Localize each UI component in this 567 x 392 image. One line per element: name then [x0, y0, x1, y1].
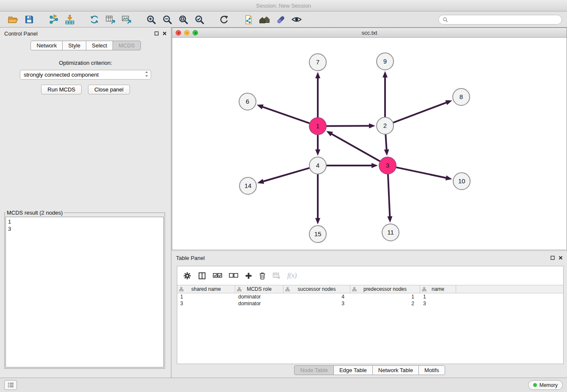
zoom-window-button[interactable] [193, 30, 198, 36]
node-label: 14 [245, 182, 252, 189]
edge-arrow-icon [372, 163, 378, 168]
search-input[interactable] [450, 17, 558, 23]
refresh-view-button[interactable] [216, 13, 232, 26]
close-panel-button[interactable]: Close panel [88, 85, 130, 94]
tab-style[interactable]: Style [62, 41, 86, 50]
deselect-all-icon [229, 273, 238, 279]
task-list-icon [8, 382, 14, 388]
node-label: 10 [458, 177, 465, 185]
graph-edge-4-14[interactable] [262, 168, 310, 182]
tab-network-table[interactable]: Network Table [372, 365, 419, 375]
table-cell[interactable]: 3 [420, 300, 456, 307]
graph-edge-1-6[interactable] [261, 107, 310, 124]
first-neighbors-button[interactable] [256, 13, 272, 26]
table-panel-header: Table Panel [172, 252, 567, 264]
graph-edge-3-1[interactable] [330, 133, 380, 161]
show-hide-button[interactable] [289, 13, 305, 26]
delete-row-button[interactable] [259, 270, 266, 281]
minimize-window-button[interactable] [184, 30, 190, 36]
add-row-button[interactable] [245, 270, 252, 281]
run-mcds-button[interactable]: Run MCDS [41, 85, 82, 94]
graph-edge-3-11[interactable] [388, 174, 390, 218]
criterion-dropdown[interactable]: strongly connected component [20, 70, 151, 80]
column-header-name[interactable]: name [420, 285, 456, 293]
delete-row-icon [259, 272, 266, 279]
graph-edge-1-2[interactable] [326, 126, 370, 126]
network-window-titlebar[interactable]: scc.txt [172, 28, 567, 38]
table-cell[interactable]: 2 [350, 300, 420, 307]
tab-mcds[interactable]: MCDS [113, 41, 140, 50]
first-neighbors-icon [259, 14, 270, 25]
close-table-panel-icon[interactable] [559, 256, 563, 260]
open-file-icon [8, 14, 19, 25]
import-table-button[interactable] [62, 13, 78, 26]
status-bar: Memory [0, 378, 567, 392]
graph-edge-2-3[interactable] [385, 134, 386, 151]
import-network-button[interactable] [46, 13, 62, 26]
table-tabs: Node TableEdge TableNetwork TableMotifs [172, 365, 567, 375]
export-table-button[interactable] [102, 13, 118, 26]
close-window-button[interactable] [176, 30, 181, 36]
edge-arrow-icon [446, 175, 452, 180]
create-network-view-button[interactable] [240, 13, 256, 26]
refresh-view-icon [219, 14, 229, 25]
table-cell[interactable]: 3 [284, 300, 350, 307]
function-builder-button[interactable]: f(x) [287, 270, 297, 281]
graph-edge-2-8[interactable] [393, 102, 448, 123]
memory-label: Memory [539, 382, 558, 388]
tab-node-table[interactable]: Node Table [294, 365, 334, 375]
node-label: 9 [383, 58, 387, 65]
table-row[interactable]: 3dominator323 [177, 300, 563, 307]
table-settings-button[interactable] [183, 270, 191, 281]
open-file-button[interactable] [5, 13, 21, 26]
node-label: 15 [314, 230, 322, 237]
task-history-button[interactable] [4, 380, 17, 390]
edge-arrow-icon [326, 131, 333, 136]
window-title: Session: New Session [256, 3, 311, 9]
memory-button[interactable]: Memory [528, 380, 563, 390]
show-column-icon [198, 272, 206, 280]
table-cell[interactable]: 1 [420, 293, 456, 300]
save-session-button[interactable] [21, 13, 37, 26]
new-network-button[interactable] [86, 13, 102, 26]
float-panel-icon[interactable] [154, 31, 159, 36]
table-cell[interactable]: 1 [177, 293, 235, 300]
column-header-successor-nodes[interactable]: successor nodes [284, 285, 350, 293]
float-table-panel-icon[interactable] [550, 256, 555, 260]
table-cell[interactable]: 3 [177, 300, 235, 307]
optimization-criterion-label: Optimization criterion: [0, 60, 171, 66]
tab-select[interactable]: Select [86, 41, 113, 50]
delete-table-button[interactable] [272, 270, 281, 281]
table-cell[interactable]: 1 [350, 293, 420, 300]
select-all-button[interactable] [213, 270, 222, 281]
apply-style-button[interactable] [272, 13, 289, 26]
table-cell[interactable]: 4 [284, 293, 350, 300]
column-header-shared-name[interactable]: shared name [177, 285, 235, 293]
graph-edge-3-10[interactable] [396, 167, 447, 178]
column-header-mcds-role[interactable]: MCDS role [235, 285, 284, 293]
tab-network[interactable]: Network [30, 41, 63, 50]
close-panel-icon[interactable] [162, 31, 167, 36]
zoom-fit-button[interactable] [175, 13, 191, 26]
table-cell[interactable]: dominator [235, 293, 284, 300]
zoom-in-button[interactable] [143, 13, 159, 26]
zoom-selected-button[interactable] [191, 13, 207, 26]
search-icon [443, 17, 448, 22]
import-table-icon [64, 14, 75, 25]
tab-edge-table[interactable]: Edge Table [333, 365, 373, 375]
network-canvas[interactable]: 7968124314101511 [172, 38, 567, 249]
edge-arrow-icon [315, 72, 320, 78]
zoom-out-button[interactable] [159, 13, 175, 26]
table-row[interactable]: 1dominator411 [177, 293, 563, 300]
main-toolbar [0, 12, 567, 28]
deselect-all-button[interactable] [229, 270, 238, 281]
apply-style-icon [275, 14, 286, 25]
export-image-button[interactable] [118, 13, 135, 26]
tab-motifs[interactable]: Motifs [418, 365, 445, 375]
search-box[interactable] [438, 15, 562, 25]
show-column-button[interactable] [198, 270, 206, 281]
mcds-result-list[interactable]: 1 3 [6, 217, 164, 367]
table-cell[interactable]: dominator [235, 300, 284, 307]
column-header-predecessor-nodes[interactable]: predecessor nodes [350, 285, 420, 293]
application-window: Session: New Session [0, 0, 567, 392]
